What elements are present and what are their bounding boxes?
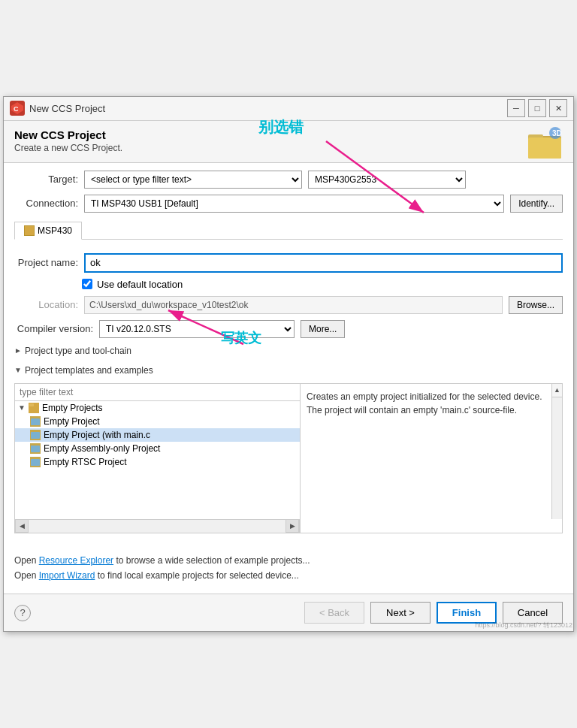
tree-item[interactable]: Empty Assembly-only Project	[15, 442, 300, 455]
project-type-collapsible[interactable]: ► Project type and tool-chain	[14, 344, 563, 358]
project-templates-arrow: ▼	[14, 366, 22, 374]
svg-rect-11	[31, 432, 40, 439]
location-row: Location: Browse...	[14, 296, 563, 314]
project-name-row: Project name:	[14, 253, 563, 273]
svg-rect-5	[528, 137, 561, 159]
more-button[interactable]: More...	[301, 320, 345, 338]
svg-text:C: C	[14, 105, 19, 113]
svg-text:3D: 3D	[552, 129, 562, 137]
browse-button[interactable]: Browse...	[509, 296, 563, 314]
use-default-location-row: Use default location	[82, 279, 563, 290]
target-select[interactable]: <select or type filter text>	[84, 171, 302, 189]
scroll-right-btn[interactable]: ▶	[285, 519, 299, 533]
connection-row: Connection: TI MSP430 USB1 [Default] Ide…	[14, 195, 563, 213]
svg-rect-10	[31, 418, 40, 425]
import-prefix: Open	[14, 570, 39, 581]
svg-rect-13	[31, 459, 40, 466]
use-default-location-label: Use default location	[97, 279, 183, 290]
next-button[interactable]: Next >	[370, 602, 430, 624]
tab-icon	[24, 225, 35, 236]
tree-item-label: Empty Assembly-only Project	[44, 443, 160, 454]
horizontal-scroll-bar: ◀ ▶	[15, 519, 300, 533]
project-name-input[interactable]	[84, 253, 563, 273]
help-button[interactable]: ?	[14, 605, 31, 621]
connection-select[interactable]: TI MSP430 USB1 [Default]	[84, 195, 504, 213]
resource-explorer-link[interactable]: Resource Explorer	[39, 555, 113, 566]
tree-item[interactable]: Empty Project (with main.c	[15, 428, 300, 442]
tree-item[interactable]: Empty RTSC Project	[15, 455, 300, 469]
templates-section: ▼Empty ProjectsEmpty ProjectEmpty Projec…	[14, 383, 563, 533]
tree-item-label: Empty Project	[44, 416, 100, 427]
templates-tree-panel: ▼Empty ProjectsEmpty ProjectEmpty Projec…	[15, 384, 301, 533]
back-button[interactable]: < Back	[304, 602, 364, 624]
tree-item[interactable]: ▼Empty Projects	[15, 401, 300, 415]
compiler-version-row: Compiler version: TI v20.12.0.STS More..…	[14, 320, 563, 338]
header-section: New CCS Project Create a new CCS Project…	[4, 121, 573, 163]
compiler-version-select[interactable]: TI v20.12.0.STS	[99, 320, 295, 338]
horiz-scroll-container: ◀ ▶	[15, 519, 300, 533]
project-templates-label: Project templates and examples	[25, 365, 153, 376]
msp430-tab[interactable]: MSP430	[14, 222, 82, 240]
right-scrollbar: ▲	[551, 384, 562, 519]
import-suffix: to find local example projects for selec…	[95, 570, 298, 581]
svg-rect-9	[29, 403, 34, 406]
resource-prefix: Open	[14, 555, 39, 566]
scroll-up-btn[interactable]: ▲	[552, 384, 562, 397]
dialog-wrapper: C New CCS Project ─ □ ✕ New CCS Project …	[3, 96, 574, 633]
folder-icon	[29, 403, 39, 413]
dialog-title: New CCS Project	[14, 128, 563, 141]
folder-icon: 3D	[527, 127, 563, 163]
close-button[interactable]: ✕	[549, 99, 567, 117]
minimize-button[interactable]: ─	[507, 99, 525, 117]
tab-content: Project name: Use default location Locat…	[14, 246, 563, 541]
use-default-location-checkbox[interactable]	[82, 279, 92, 289]
file-icon	[30, 430, 41, 440]
file-icon	[30, 443, 41, 454]
window-title: New CCS Project	[29, 103, 105, 114]
content-area: Target: <select or type filter text> MSP…	[4, 163, 573, 594]
resource-explorer-line: Open Resource Explorer to browse a wide …	[14, 553, 563, 568]
import-wizard-line: Open Import Wizard to find local example…	[14, 568, 563, 583]
info-section: Open Resource Explorer to browse a wide …	[14, 547, 563, 587]
identify-button[interactable]: Identify...	[510, 195, 563, 213]
compiler-version-label: Compiler version:	[14, 323, 93, 334]
template-filter-input[interactable]	[15, 384, 300, 401]
title-controls: ─ □ ✕	[507, 99, 567, 117]
tree-item-label: Empty Project (with main.c	[44, 430, 150, 440]
project-name-label: Project name:	[14, 257, 78, 268]
file-icon	[30, 416, 41, 427]
target-device-select[interactable]: MSP430G2553	[308, 171, 466, 189]
template-description-panel: Creates an empty project initialized for…	[301, 384, 562, 533]
connection-label: Connection:	[14, 198, 78, 209]
project-type-label: Project type and tool-chain	[25, 346, 131, 356]
template-description: Creates an empty project initialized for…	[307, 391, 542, 415]
maximize-button[interactable]: □	[528, 99, 546, 117]
project-type-arrow: ►	[14, 346, 22, 355]
watermark: https://blog.csdn.net/? 转123012	[473, 619, 574, 632]
ccs-app-icon: C	[10, 101, 25, 116]
svg-rect-12	[31, 446, 40, 452]
tree-scroll-area[interactable]: ▼Empty ProjectsEmpty ProjectEmpty Projec…	[15, 401, 300, 519]
import-wizard-link[interactable]: Import Wizard	[39, 570, 95, 581]
project-templates-collapsible[interactable]: ▼ Project templates and examples	[14, 364, 563, 377]
target-label: Target:	[14, 174, 78, 185]
resource-suffix: to browse a wide selection of example pr…	[113, 555, 310, 566]
tree-item[interactable]: Empty Project	[15, 415, 300, 428]
main-window: C New CCS Project ─ □ ✕ New CCS Project …	[3, 96, 574, 633]
tab-label: MSP430	[38, 225, 72, 236]
title-bar: C New CCS Project ─ □ ✕	[4, 97, 573, 121]
file-icon	[30, 457, 41, 467]
scroll-track	[29, 520, 285, 533]
tree-item-label: Empty Projects	[42, 403, 103, 413]
title-bar-left: C New CCS Project	[10, 101, 105, 116]
tree-item-label: Empty RTSC Project	[44, 457, 126, 467]
location-label: Location:	[14, 299, 78, 310]
template-tree: ▼Empty ProjectsEmpty ProjectEmpty Projec…	[15, 401, 300, 519]
scroll-left-btn[interactable]: ◀	[15, 519, 29, 533]
location-input[interactable]	[84, 296, 503, 314]
tab-bar: MSP430	[14, 222, 563, 240]
target-row: Target: <select or type filter text> MSP…	[14, 171, 563, 189]
dialog-subtitle: Create a new CCS Project.	[14, 143, 563, 153]
